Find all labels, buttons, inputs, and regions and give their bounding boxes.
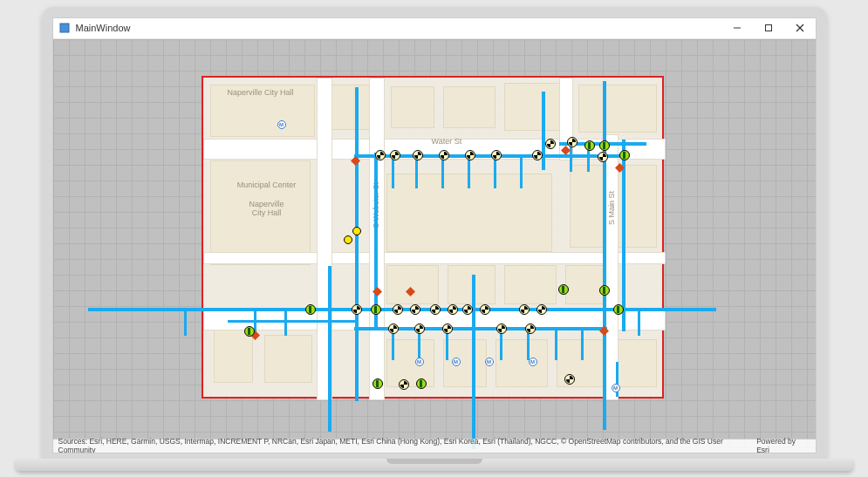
pipe: [603, 81, 606, 430]
junction-icon: [371, 304, 381, 315]
valve-icon: [448, 304, 458, 315]
basemap: Naperville City Hall Municipal Center Na…: [203, 78, 662, 397]
map-viewport[interactable]: Naperville City Hall Municipal Center Na…: [53, 39, 816, 453]
street-label: Water St: [432, 137, 462, 146]
pipe: [374, 153, 378, 327]
node-icon: [344, 235, 352, 244]
map-label: Naperville City Hall: [228, 88, 294, 97]
attribution-bar: Sources: Esri, HERE, Garmin, USGS, Inter…: [53, 439, 816, 453]
valve-icon: [462, 304, 473, 315]
valve-icon: [545, 139, 556, 149]
valve-icon: [393, 304, 403, 315]
lateral: [415, 157, 418, 188]
valve-icon: [564, 374, 575, 385]
lateral: [468, 157, 470, 188]
junction-icon: [244, 326, 255, 337]
meter-icon: [277, 120, 286, 129]
valve-icon: [410, 304, 420, 315]
map-layer: Naperville City Hall Municipal Center Na…: [53, 39, 816, 453]
svg-rect-0: [60, 24, 69, 32]
app-icon: [58, 22, 71, 34]
lateral: [284, 310, 287, 336]
pipe: [328, 266, 331, 432]
pipe: [228, 320, 359, 323]
valve-icon: [439, 150, 449, 160]
meter-icon: [529, 358, 537, 366]
street-label: S Main St: [607, 191, 616, 225]
lateral: [520, 157, 523, 188]
meter-icon: [485, 358, 494, 366]
junction-icon: [372, 378, 383, 389]
lateral: [638, 310, 640, 336]
lateral: [392, 157, 394, 188]
lateral: [555, 329, 557, 360]
valve-icon: [567, 137, 578, 147]
attribution-powered[interactable]: Powered by Esri: [756, 437, 810, 453]
valve-icon: [375, 150, 386, 160]
valve-icon: [496, 324, 507, 334]
pipe: [355, 87, 359, 401]
valve-icon: [491, 150, 502, 160]
valve-icon: [388, 324, 399, 334]
map-label: Municipal Center: [228, 181, 306, 189]
lateral: [494, 157, 496, 188]
laptop-base: [16, 459, 853, 471]
valve-icon: [430, 304, 441, 315]
junction-icon: [599, 140, 610, 151]
map-label: Naperville City Hall: [228, 200, 306, 217]
junction-icon: [558, 284, 569, 295]
junction-icon: [305, 304, 316, 315]
valve-icon: [414, 324, 425, 334]
valve-icon: [537, 304, 547, 315]
pipe: [472, 275, 475, 449]
lateral: [184, 310, 187, 336]
lateral: [570, 144, 572, 172]
meter-icon: [415, 358, 424, 366]
svg-rect-2: [765, 25, 771, 31]
laptop-frame: MainWindow: [42, 7, 827, 471]
close-button[interactable]: [784, 17, 816, 38]
extent-rectangle: Naperville City Hall Municipal Center Na…: [202, 76, 664, 399]
node-icon: [352, 227, 361, 235]
junction-icon: [584, 140, 595, 151]
valve-icon: [442, 324, 453, 334]
junction-icon: [619, 150, 630, 160]
valve-icon: [480, 304, 490, 315]
lateral: [441, 157, 444, 188]
lateral: [581, 329, 584, 360]
valve-icon: [352, 304, 362, 315]
window-title: MainWindow: [76, 23, 131, 33]
valve-icon: [465, 150, 475, 160]
window-titlebar[interactable]: MainWindow: [53, 18, 816, 39]
valve-icon: [390, 150, 400, 160]
junction-icon: [613, 304, 624, 315]
meter-icon: [612, 384, 620, 392]
maximize-button[interactable]: [753, 17, 784, 38]
junction-icon: [416, 378, 427, 389]
valve-icon: [532, 150, 543, 160]
junction-icon: [599, 285, 610, 296]
attribution-sources: Sources: Esri, HERE, Garmin, USGS, Inter…: [58, 437, 757, 453]
valve-icon: [399, 379, 409, 390]
valve-icon: [598, 152, 608, 162]
application-window: MainWindow: [52, 17, 817, 453]
screen-bezel: MainWindow: [42, 7, 827, 459]
meter-icon: [452, 358, 461, 366]
valve-icon: [519, 304, 530, 315]
valve-icon: [413, 150, 423, 160]
valve-icon: [525, 324, 536, 334]
minimize-button[interactable]: [721, 17, 753, 38]
